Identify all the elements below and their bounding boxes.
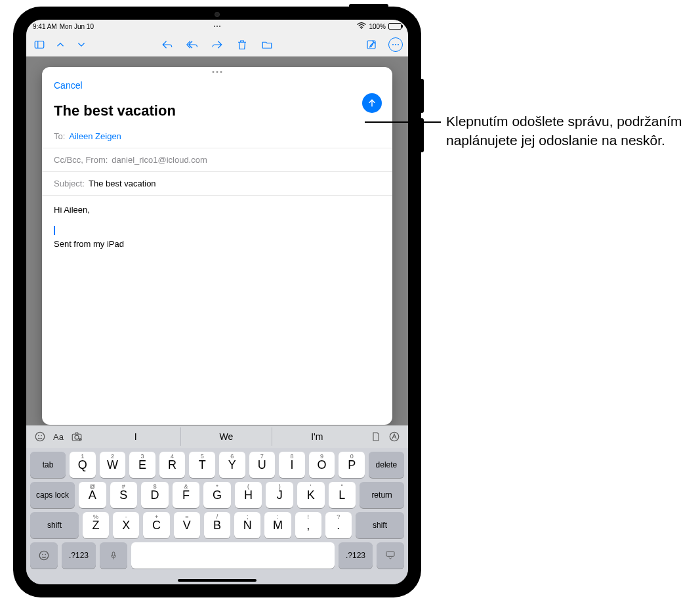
- emoji-picker-icon[interactable]: [34, 431, 46, 443]
- wifi-icon: [357, 22, 366, 31]
- power-button: [349, 4, 388, 8]
- key-j[interactable]: )J: [266, 482, 293, 508]
- compose-icon[interactable]: [363, 37, 379, 53]
- document-scan-icon[interactable]: [370, 431, 382, 443]
- svg-point-13: [39, 551, 49, 560]
- svg-text:+: +: [79, 439, 81, 441]
- ccbcc-label: Cc/Bcc, From:: [54, 155, 108, 165]
- reply-icon[interactable]: [159, 37, 175, 53]
- key-q[interactable]: 1Q: [70, 452, 96, 478]
- compose-sheet: Cancel The best vacation To: Aileen Zeig…: [42, 67, 392, 425]
- subject-label: Subject:: [54, 179, 85, 188]
- status-bar: 9:41 AM Mon Jun 10 100%: [26, 20, 408, 33]
- key-v[interactable]: =V: [174, 512, 200, 538]
- key-s[interactable]: #S: [110, 482, 138, 508]
- svg-rect-17: [386, 552, 394, 556]
- camera-icon[interactable]: +: [71, 431, 83, 443]
- key-c[interactable]: +C: [143, 512, 169, 538]
- key-r[interactable]: 4R: [159, 452, 186, 478]
- ipad-frame: 9:41 AM Mon Jun 10 100%: [13, 7, 421, 597]
- svg-point-6: [38, 435, 39, 437]
- svg-point-14: [42, 554, 43, 555]
- send-button[interactable]: [362, 93, 382, 113]
- status-more-icon: [214, 26, 220, 27]
- cancel-button[interactable]: Cancel: [54, 80, 83, 102]
- suggestion-word-3[interactable]: I'm: [272, 427, 362, 446]
- trash-icon[interactable]: [234, 37, 250, 53]
- key-shift-right[interactable]: shift: [356, 512, 404, 538]
- svg-point-9: [75, 435, 79, 439]
- subject-field[interactable]: Subject: The best vacation: [42, 172, 392, 196]
- status-time: 9:41 AM: [33, 23, 57, 30]
- format-text-icon[interactable]: Aa: [52, 431, 64, 443]
- key-space[interactable]: [131, 542, 335, 569]
- svg-point-15: [45, 554, 47, 555]
- key-dictation[interactable]: [100, 542, 127, 569]
- ccbcc-field[interactable]: Cc/Bcc, From: daniel_rico1@icloud.com: [42, 148, 392, 172]
- forward-icon[interactable]: [209, 37, 225, 53]
- key-emoji[interactable]: [30, 542, 58, 569]
- email-body[interactable]: Hi Aileen, Sent from my iPad: [42, 196, 392, 259]
- screen: 9:41 AM Mon Jun 10 100%: [26, 20, 408, 584]
- key-numbers-right[interactable]: .?123: [339, 542, 373, 569]
- key-comma[interactable]: !,: [295, 512, 321, 538]
- key-h[interactable]: (H: [235, 482, 262, 508]
- markup-icon[interactable]: [388, 431, 400, 443]
- key-a[interactable]: @A: [79, 482, 106, 508]
- svg-rect-16: [112, 552, 115, 556]
- home-indicator[interactable]: [178, 579, 257, 582]
- key-b[interactable]: /B: [204, 512, 230, 538]
- key-m[interactable]: :M: [264, 512, 291, 538]
- key-f[interactable]: &F: [173, 482, 200, 508]
- key-numbers-left[interactable]: .?123: [62, 542, 96, 569]
- key-hide-keyboard[interactable]: [377, 542, 404, 569]
- key-l[interactable]: "L: [329, 482, 356, 508]
- key-t[interactable]: 5T: [189, 452, 215, 478]
- from-email: daniel_rico1@icloud.com: [112, 155, 207, 165]
- sidebar-toggle-icon[interactable]: [31, 37, 47, 53]
- key-z[interactable]: %Z: [83, 512, 109, 538]
- suggestion-bar: Aa + I We I'm: [26, 425, 408, 448]
- keyboard: tab 1Q2W3E4R5T6Y7U8I9O0Pdelete caps lock…: [26, 448, 408, 584]
- key-period[interactable]: ?.: [325, 512, 352, 538]
- key-x[interactable]: -X: [113, 512, 139, 538]
- key-p[interactable]: 0P: [339, 452, 365, 478]
- mail-toolbar: [26, 33, 408, 56]
- key-return[interactable]: return: [360, 482, 404, 508]
- to-label: To:: [54, 131, 65, 141]
- to-recipient[interactable]: Aileen Zeigen: [69, 131, 121, 141]
- volume-up-button: [420, 79, 424, 113]
- more-options-icon[interactable]: [388, 37, 403, 52]
- svg-point-0: [361, 28, 363, 29]
- chevron-up-icon[interactable]: [52, 37, 68, 53]
- to-field[interactable]: To: Aileen Zeigen: [42, 125, 392, 148]
- volume-down-button: [420, 118, 424, 152]
- chevron-down-icon[interactable]: [73, 37, 89, 53]
- key-i[interactable]: 8I: [279, 452, 305, 478]
- svg-rect-1: [35, 41, 44, 49]
- key-capslock[interactable]: caps lock: [30, 482, 75, 508]
- callout-text: Klepnutím odošlete správu, podržaním nap…: [446, 112, 682, 150]
- key-n[interactable]: ;N: [234, 512, 260, 538]
- key-k[interactable]: 'K: [297, 482, 325, 508]
- folder-icon[interactable]: [259, 37, 275, 53]
- key-o[interactable]: 9O: [309, 452, 335, 478]
- key-g[interactable]: *G: [203, 482, 231, 508]
- subject-value: The best vacation: [89, 179, 156, 188]
- key-tab[interactable]: tab: [30, 452, 66, 478]
- key-shift-left[interactable]: shift: [30, 512, 79, 538]
- key-y[interactable]: 6Y: [219, 452, 245, 478]
- battery-icon: [388, 23, 401, 30]
- key-d[interactable]: $D: [141, 482, 169, 508]
- key-u[interactable]: 7U: [249, 452, 276, 478]
- body-greeting: Hi Aileen,: [54, 204, 381, 217]
- reply-all-icon[interactable]: [184, 37, 200, 53]
- svg-point-5: [35, 432, 45, 441]
- key-e[interactable]: 3E: [129, 452, 155, 478]
- suggestion-word-1[interactable]: I: [91, 427, 180, 446]
- key-delete[interactable]: delete: [369, 452, 404, 478]
- callout-leader-line: [365, 121, 441, 123]
- suggestion-word-2[interactable]: We: [180, 427, 271, 446]
- key-w[interactable]: 2W: [100, 452, 126, 478]
- compose-title: The best vacation: [54, 102, 381, 119]
